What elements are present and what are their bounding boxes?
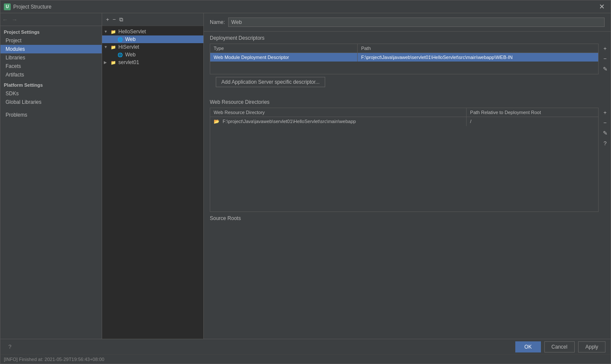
expand-arrow: ▼ <box>104 29 109 34</box>
wr-path-relative-cell: / <box>467 117 598 126</box>
module-group-icon: 📁 <box>110 59 117 65</box>
add-app-server-descriptor-button[interactable]: Add Application Server specific descript… <box>216 77 325 87</box>
web-module-icon: 🌐 <box>117 52 123 58</box>
back-button[interactable]: ← <box>0 15 10 24</box>
tree-node-helloservlet[interactable]: ▼ 📁 HelloServlet <box>102 28 203 35</box>
wr-remove-button[interactable]: − <box>600 118 610 127</box>
platform-settings-label: Platform Settings <box>0 79 102 89</box>
web-resource-directories-section: Web Resource Directories Web Resource Di… <box>204 96 611 212</box>
project-settings-label: Project Settings <box>0 26 102 36</box>
modules-tree-panel: + − ⧉ ▼ 📁 HelloServlet 🌐 Web <box>102 13 204 339</box>
table-row[interactable]: 📂 F:\project\Java\javaweb\servlet01\Hell… <box>210 117 598 126</box>
wr-col-directory: Web Resource Directory <box>210 108 467 117</box>
tree-node-web-hi[interactable]: 🌐 Web <box>102 51 203 59</box>
dd-add-button[interactable]: + <box>600 44 610 53</box>
wr-add-button[interactable]: + <box>600 108 610 117</box>
module-name-row: Name: <box>204 13 611 32</box>
expand-arrow: ▶ <box>104 60 109 65</box>
sidebar-item-problems[interactable]: Problems <box>0 111 102 119</box>
folder-icon: 📂 <box>214 119 220 124</box>
table-row[interactable]: Web Module Deployment Descriptor F:\proj… <box>210 53 598 62</box>
module-group-icon: 📁 <box>110 29 117 35</box>
dd-table-header: Type Path <box>210 44 598 53</box>
sidebar-item-modules[interactable]: Modules <box>0 45 102 53</box>
close-button[interactable]: ✕ <box>596 2 607 12</box>
window-title: Project Structure <box>13 4 596 10</box>
tree-copy-button[interactable]: ⧉ <box>118 16 124 23</box>
help-button[interactable]: ? <box>6 343 14 351</box>
module-group-icon: 📁 <box>110 44 117 50</box>
project-structure-window: U Project Structure ✕ ← → Project Settin… <box>0 0 611 364</box>
dd-path-cell: F:\project\Java\javaweb\servlet01\HelloS… <box>358 53 598 62</box>
web-resource-directories-title: Web Resource Directories <box>204 96 611 108</box>
deployment-descriptors-section: Deployment Descriptors Type Path Web Mod… <box>204 32 611 91</box>
sidebar-item-artifacts[interactable]: Artifacts <box>0 70 102 79</box>
main-content: ← → Project Settings Project Modules Lib… <box>0 13 611 339</box>
deployment-descriptors-title: Deployment Descriptors <box>204 32 611 44</box>
wr-help-button[interactable]: ? <box>600 138 610 148</box>
module-tree: ▼ 📁 HelloServlet 🌐 Web ▼ 📁 HiServlet <box>102 26 203 68</box>
name-label: Name: <box>210 19 225 25</box>
ok-button[interactable]: OK <box>515 341 540 352</box>
tree-toolbar: + − ⧉ <box>102 13 203 26</box>
source-roots-empty <box>204 224 611 245</box>
wr-directory-cell: 📂 F:\project\Java\javaweb\servlet01\Hell… <box>210 117 467 126</box>
bottom-action-bar: ? OK Cancel Apply <box>0 339 611 354</box>
sidebar-item-facets[interactable]: Facets <box>0 62 102 70</box>
settings-scroll-area: Deployment Descriptors Type Path Web Mod… <box>204 32 611 339</box>
source-roots-section: Source Roots <box>204 212 611 245</box>
source-roots-title: Source Roots <box>204 212 611 224</box>
sidebar-item-global-libraries[interactable]: Global Libraries <box>0 98 102 106</box>
wr-side-actions: + − ✎ ? <box>600 108 611 212</box>
dd-remove-button[interactable]: − <box>600 54 610 63</box>
expand-arrow: ▼ <box>104 45 109 49</box>
wr-table-header: Web Resource Directory Path Relative to … <box>210 108 598 117</box>
add-descriptor-wrapper: Add Application Server specific descript… <box>210 77 605 91</box>
deployment-descriptors-table: Type Path Web Module Deployment Descript… <box>210 44 599 74</box>
status-text: [INFO] Finished at: 2021-05-29T19:56:43+… <box>4 357 104 362</box>
wr-edit-button[interactable]: ✎ <box>600 128 610 138</box>
dd-side-actions: + − ✎ <box>600 44 611 74</box>
dd-col-type: Type <box>210 44 358 53</box>
cancel-button[interactable]: Cancel <box>544 341 575 352</box>
web-resource-area: Web Resource Directory Path Relative to … <box>210 108 611 212</box>
module-name-input[interactable] <box>228 18 605 27</box>
wr-col-path-relative: Path Relative to Deployment Root <box>467 108 598 117</box>
web-resource-table: Web Resource Directory Path Relative to … <box>210 108 599 212</box>
tree-remove-button[interactable]: − <box>112 16 118 23</box>
tree-node-web-hello[interactable]: 🌐 Web <box>102 35 203 43</box>
dd-type-cell: Web Module Deployment Descriptor <box>210 53 358 62</box>
sidebar-item-libraries[interactable]: Libraries <box>0 53 102 62</box>
sidebar-item-sdks[interactable]: SDKs <box>0 89 102 98</box>
wr-empty-area <box>210 126 598 211</box>
module-settings-panel: Name: Deployment Descriptors Type Path <box>204 13 611 339</box>
dd-col-path: Path <box>358 44 598 53</box>
status-bar: [INFO] Finished at: 2021-05-29T19:56:43+… <box>0 354 611 364</box>
apply-button[interactable]: Apply <box>578 341 605 352</box>
web-module-icon: 🌐 <box>117 36 123 42</box>
deployment-descriptors-area: Type Path Web Module Deployment Descript… <box>210 44 611 74</box>
sidebar-item-project[interactable]: Project <box>0 36 102 45</box>
tree-node-hiservlet[interactable]: ▼ 📁 HiServlet <box>102 43 203 51</box>
title-bar: U Project Structure ✕ <box>0 0 611 13</box>
settings-sidebar: ← → Project Settings Project Modules Lib… <box>0 13 102 339</box>
tree-node-servlet01[interactable]: ▶ 📁 servlet01 <box>102 59 203 66</box>
tree-add-button[interactable]: + <box>105 16 111 23</box>
app-icon: U <box>4 3 11 10</box>
forward-button[interactable]: → <box>10 15 19 24</box>
dd-edit-button[interactable]: ✎ <box>600 64 610 73</box>
